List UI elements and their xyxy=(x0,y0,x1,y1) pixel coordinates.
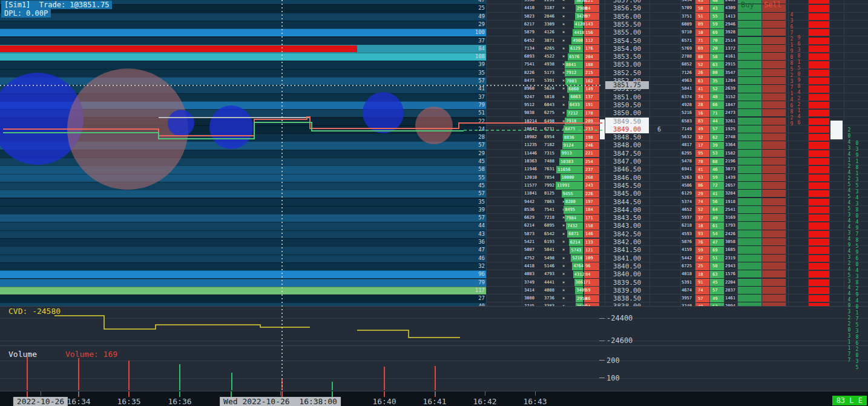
price-cell[interactable]: 3848.50 xyxy=(605,133,649,141)
price-cell[interactable]: 3856.50 xyxy=(605,4,649,12)
buy-cell[interactable] xyxy=(738,150,761,158)
buy-cell[interactable] xyxy=(738,109,761,117)
sell-cell[interactable] xyxy=(762,230,786,238)
sell-cell[interactable] xyxy=(762,182,786,190)
sell-cell[interactable] xyxy=(762,279,786,287)
buy-cell[interactable] xyxy=(738,246,761,254)
price-cell[interactable]: 3856.00 xyxy=(605,13,649,21)
price-cell[interactable]: 3851.00 xyxy=(605,93,649,101)
sell-cell[interactable] xyxy=(762,93,786,101)
sell-cell[interactable] xyxy=(762,37,786,45)
buy-cell[interactable] xyxy=(738,45,761,53)
buy-cell[interactable] xyxy=(738,198,761,206)
sell-cell[interactable] xyxy=(762,21,786,28)
sell-cell[interactable] xyxy=(762,287,786,295)
sell-cell[interactable] xyxy=(762,141,786,149)
price-cell[interactable]: 3854.50 xyxy=(605,37,649,45)
sell-cell[interactable] xyxy=(762,28,786,36)
sell-cell[interactable] xyxy=(762,69,786,77)
price-cell[interactable]: 3855.50 xyxy=(605,21,649,28)
price-cell[interactable]: 3848.00 xyxy=(605,141,649,149)
price-cell[interactable]: 3855.00 xyxy=(605,28,649,36)
buy-cell[interactable] xyxy=(738,182,761,190)
price-cell[interactable]: 3853.00 xyxy=(605,61,649,68)
price-cell[interactable]: 3846.50 xyxy=(605,165,649,173)
buy-cell[interactable] xyxy=(738,165,761,173)
buy-cell[interactable] xyxy=(738,37,761,45)
buy-cell[interactable] xyxy=(738,174,761,182)
price-cell[interactable]: 3843.50 xyxy=(605,214,649,222)
sell-cell[interactable] xyxy=(762,214,786,222)
sell-cell[interactable] xyxy=(762,174,786,182)
price-cell[interactable]: 3849.00 xyxy=(605,125,649,133)
sell-cell[interactable] xyxy=(762,206,786,214)
sell-cell[interactable] xyxy=(762,118,786,125)
buy-cell[interactable] xyxy=(738,295,761,302)
price-cell[interactable]: 3845.00 xyxy=(605,190,649,198)
buy-cell[interactable] xyxy=(738,133,761,141)
sell-cell[interactable] xyxy=(762,246,786,254)
sell-cell[interactable] xyxy=(762,150,786,158)
price-cell[interactable]: 3843.00 xyxy=(605,222,649,230)
buy-cell[interactable] xyxy=(738,270,761,278)
price-cell[interactable]: 3844.00 xyxy=(605,206,649,214)
price-cell[interactable]: 3839.50 xyxy=(605,279,649,287)
sell-cell[interactable] xyxy=(762,295,786,302)
buy-cell[interactable] xyxy=(738,101,761,109)
price-cell[interactable]: 3842.00 xyxy=(605,238,649,246)
price-cell[interactable]: 3840.50 xyxy=(605,262,649,270)
buy-cell[interactable] xyxy=(738,125,761,133)
buy-cell[interactable] xyxy=(738,85,761,93)
sell-cell[interactable] xyxy=(762,158,786,165)
price-cell[interactable]: 3841.00 xyxy=(605,255,649,262)
sell-cell[interactable] xyxy=(762,85,786,93)
buy-cell[interactable] xyxy=(738,28,761,36)
buy-cell[interactable] xyxy=(738,279,761,287)
buy-cell[interactable] xyxy=(738,222,761,230)
buy-cell[interactable] xyxy=(738,13,761,21)
price-cell[interactable]: 3844.50 xyxy=(605,198,649,206)
sell-cell[interactable] xyxy=(762,190,786,198)
price-cell[interactable]: 3847.00 xyxy=(605,158,649,165)
buy-cell[interactable] xyxy=(738,77,761,85)
price-cell[interactable]: 3847.50 xyxy=(605,150,649,158)
price-cell[interactable]: 3841.50 xyxy=(605,246,649,254)
buy-cell[interactable] xyxy=(738,214,761,222)
sell-cell[interactable] xyxy=(762,255,786,262)
price-cell[interactable]: 3850.50 xyxy=(605,101,649,109)
buy-cell[interactable] xyxy=(738,53,761,61)
buy-cell[interactable] xyxy=(738,93,761,101)
sell-cell[interactable] xyxy=(762,165,786,173)
buy-cell[interactable] xyxy=(738,287,761,295)
buy-cell[interactable] xyxy=(738,262,761,270)
buy-cell[interactable] xyxy=(738,118,761,125)
buy-cell[interactable] xyxy=(738,21,761,28)
buy-cell[interactable] xyxy=(738,61,761,68)
sell-cell[interactable] xyxy=(762,53,786,61)
sell-cell[interactable] xyxy=(762,133,786,141)
sell-cell[interactable] xyxy=(762,262,786,270)
sell-cell[interactable] xyxy=(762,45,786,53)
buy-cell[interactable] xyxy=(738,190,761,198)
buy-cell[interactable] xyxy=(738,238,761,246)
price-cell[interactable]: 3845.50 xyxy=(605,182,649,190)
sell-cell[interactable] xyxy=(762,238,786,246)
buy-cell[interactable] xyxy=(738,230,761,238)
price-cell[interactable]: 3846.00 xyxy=(605,174,649,182)
order-marker-right[interactable] xyxy=(830,121,843,139)
sell-cell[interactable] xyxy=(762,101,786,109)
price-cell[interactable]: 3842.50 xyxy=(605,230,649,238)
buy-cell[interactable] xyxy=(738,255,761,262)
buy-cell[interactable] xyxy=(738,69,761,77)
price-cell[interactable]: 3839.00 xyxy=(605,287,649,295)
time-axis[interactable]: 2022-10-2616:3416:3516:36Wed 2022-10-26 … xyxy=(0,391,868,406)
sell-cell[interactable] xyxy=(762,13,786,21)
sell-cell[interactable] xyxy=(762,61,786,68)
price-cell[interactable]: 3853.50 xyxy=(605,53,649,61)
sell-cell[interactable] xyxy=(762,109,786,117)
buy-cell[interactable] xyxy=(738,206,761,214)
price-cell[interactable]: 3854.00 xyxy=(605,45,649,53)
order-marker-left[interactable] xyxy=(600,119,605,139)
sell-cell[interactable] xyxy=(762,125,786,133)
price-cell[interactable]: 3852.50 xyxy=(605,69,649,77)
